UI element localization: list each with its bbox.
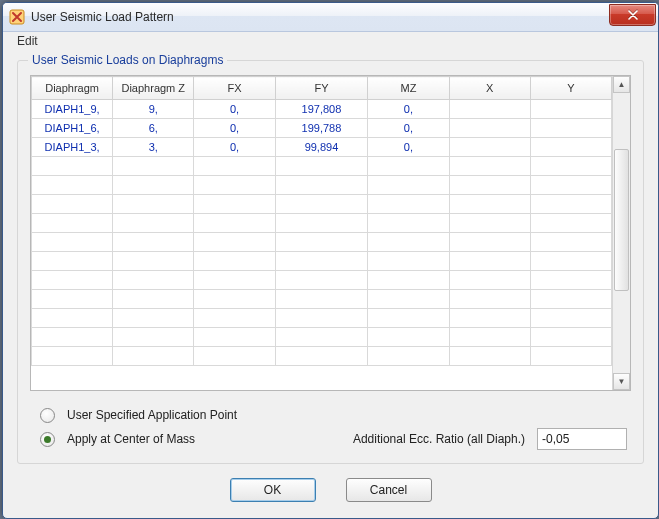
table-row[interactable]: DIAPH1_6,6,0,199,7880, (32, 119, 612, 138)
ok-button[interactable]: OK (230, 478, 316, 502)
cell-fy[interactable] (275, 176, 368, 195)
cell-z[interactable] (113, 271, 194, 290)
cell-y[interactable] (530, 290, 611, 309)
cell-mz[interactable]: 0, (368, 119, 449, 138)
table-row[interactable] (32, 233, 612, 252)
col-diaphragm[interactable]: Diaphragm (32, 77, 113, 100)
cell-x[interactable] (449, 290, 530, 309)
cell-fx[interactable] (194, 195, 275, 214)
cell-y[interactable] (530, 157, 611, 176)
table-row[interactable] (32, 290, 612, 309)
cell-y[interactable] (530, 233, 611, 252)
cell-x[interactable] (449, 309, 530, 328)
cell-mz[interactable] (368, 157, 449, 176)
col-fy[interactable]: FY (275, 77, 368, 100)
cell-diaphragm[interactable] (32, 157, 113, 176)
cell-diaphragm[interactable] (32, 214, 113, 233)
cell-mz[interactable] (368, 290, 449, 309)
cell-x[interactable] (449, 119, 530, 138)
table-row[interactable] (32, 328, 612, 347)
cell-mz[interactable] (368, 309, 449, 328)
cell-fx[interactable] (194, 328, 275, 347)
cell-fy[interactable]: 199,788 (275, 119, 368, 138)
cell-y[interactable] (530, 271, 611, 290)
cell-mz[interactable] (368, 347, 449, 366)
cell-fx[interactable] (194, 214, 275, 233)
cell-fy[interactable] (275, 252, 368, 271)
cell-fx[interactable] (194, 176, 275, 195)
cell-fy[interactable] (275, 157, 368, 176)
radio-center-of-mass[interactable] (40, 432, 55, 447)
scroll-up-button[interactable]: ▲ (613, 76, 630, 93)
cell-diaphragm[interactable] (32, 271, 113, 290)
close-button[interactable] (609, 4, 656, 26)
table-row[interactable] (32, 271, 612, 290)
cell-y[interactable] (530, 309, 611, 328)
cell-z[interactable] (113, 157, 194, 176)
cell-mz[interactable] (368, 176, 449, 195)
cell-diaphragm[interactable] (32, 309, 113, 328)
cell-diaphragm[interactable] (32, 195, 113, 214)
radio-user-specified[interactable] (40, 408, 55, 423)
table-row[interactable] (32, 157, 612, 176)
cell-z[interactable] (113, 290, 194, 309)
cell-fy[interactable] (275, 309, 368, 328)
cell-diaphragm[interactable]: DIAPH1_6, (32, 119, 113, 138)
input-ecc-ratio[interactable] (537, 428, 627, 450)
cell-y[interactable] (530, 176, 611, 195)
cell-fx[interactable]: 0, (194, 119, 275, 138)
cell-fy[interactable] (275, 347, 368, 366)
cell-fx[interactable] (194, 309, 275, 328)
cell-fy[interactable]: 99,894 (275, 138, 368, 157)
cell-z[interactable]: 6, (113, 119, 194, 138)
cell-y[interactable] (530, 119, 611, 138)
cell-z[interactable] (113, 252, 194, 271)
cell-x[interactable] (449, 328, 530, 347)
cell-z[interactable]: 3, (113, 138, 194, 157)
cell-y[interactable] (530, 252, 611, 271)
cell-fx[interactable] (194, 233, 275, 252)
cell-diaphragm[interactable] (32, 252, 113, 271)
cell-y[interactable] (530, 328, 611, 347)
cell-fy[interactable] (275, 328, 368, 347)
table-row[interactable] (32, 214, 612, 233)
table-row[interactable] (32, 252, 612, 271)
cell-y[interactable] (530, 214, 611, 233)
cell-y[interactable] (530, 195, 611, 214)
cell-diaphragm[interactable]: DIAPH1_3, (32, 138, 113, 157)
cell-diaphragm[interactable] (32, 290, 113, 309)
cell-fx[interactable]: 0, (194, 138, 275, 157)
col-x[interactable]: X (449, 77, 530, 100)
cancel-button[interactable]: Cancel (346, 478, 432, 502)
cell-z[interactable] (113, 176, 194, 195)
cell-fy[interactable] (275, 214, 368, 233)
cell-x[interactable] (449, 271, 530, 290)
cell-fx[interactable]: 0, (194, 100, 275, 119)
vertical-scrollbar[interactable]: ▲ ▼ (612, 76, 630, 390)
cell-z[interactable] (113, 328, 194, 347)
table-row[interactable] (32, 176, 612, 195)
cell-mz[interactable] (368, 271, 449, 290)
cell-diaphragm[interactable] (32, 176, 113, 195)
cell-mz[interactable] (368, 328, 449, 347)
table-row[interactable]: DIAPH1_9,9,0,197,8080, (32, 100, 612, 119)
cell-fx[interactable] (194, 157, 275, 176)
cell-y[interactable] (530, 347, 611, 366)
cell-x[interactable] (449, 138, 530, 157)
scroll-thumb[interactable] (614, 149, 629, 291)
cell-diaphragm[interactable] (32, 233, 113, 252)
cell-fy[interactable] (275, 233, 368, 252)
cell-mz[interactable]: 0, (368, 138, 449, 157)
cell-mz[interactable] (368, 214, 449, 233)
cell-z[interactable] (113, 347, 194, 366)
cell-z[interactable]: 9, (113, 100, 194, 119)
table-row[interactable] (32, 347, 612, 366)
cell-mz[interactable]: 0, (368, 100, 449, 119)
scroll-track[interactable] (613, 93, 630, 373)
col-y[interactable]: Y (530, 77, 611, 100)
cell-fx[interactable] (194, 347, 275, 366)
menu-edit[interactable]: Edit (11, 32, 44, 50)
cell-x[interactable] (449, 100, 530, 119)
cell-z[interactable] (113, 214, 194, 233)
cell-diaphragm[interactable] (32, 347, 113, 366)
